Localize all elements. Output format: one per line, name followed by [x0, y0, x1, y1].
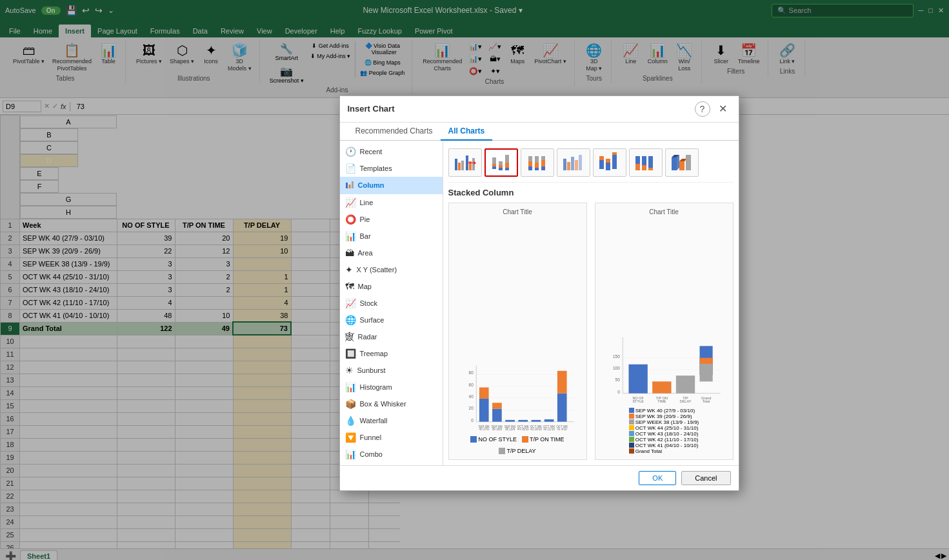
chart-type-3d-column[interactable] — [665, 148, 699, 177]
sidebar-item-bar[interactable]: 📊 Bar — [340, 228, 443, 245]
svg-rect-0 — [346, 183, 348, 188]
svg-rect-30 — [575, 160, 578, 170]
chart-preview-1-area: 0 20 40 60 80 — [454, 218, 581, 434]
svg-text:40: 40 — [468, 394, 474, 399]
chart-type-100-3d-stacked[interactable] — [629, 148, 663, 177]
sidebar-label-scatter: X Y (Scatter) — [357, 266, 397, 274]
svg-rect-7 — [469, 161, 472, 170]
sidebar-label-map: Map — [358, 283, 372, 290]
surface-icon: 🌐 — [345, 315, 356, 325]
svg-rect-4 — [458, 163, 461, 170]
sidebar-label-stock: Stock — [360, 299, 378, 307]
svg-rect-47 — [679, 161, 684, 170]
sidebar-item-stock[interactable]: 📈 Stock — [340, 295, 443, 312]
sidebar-item-pie[interactable]: ⭕ Pie — [340, 211, 443, 228]
sidebar-item-waterfall[interactable]: 💧 Waterfall — [340, 412, 443, 429]
svg-text:44 25/10: 44 25/10 — [517, 428, 528, 431]
sidebar-item-column[interactable]: Column — [340, 177, 443, 194]
sidebar-item-radar[interactable]: 🕸 Radar — [340, 328, 443, 345]
chart-type-clustered[interactable] — [448, 148, 482, 177]
sidebar-item-area[interactable]: 🏔 Area — [340, 245, 443, 261]
svg-rect-95 — [652, 381, 671, 393]
bar-icon: 📊 — [345, 231, 356, 241]
cancel-button[interactable]: Cancel — [681, 471, 730, 485]
svg-rect-42 — [648, 156, 653, 168]
map-icon: 🗺 — [345, 281, 354, 292]
sidebar-item-funnel[interactable]: 🔽 Funnel — [340, 429, 443, 446]
dialog-title: Insert Chart — [348, 104, 395, 114]
chart-types-row: → — [448, 146, 734, 183]
sidebar-label-box-whisker: Box & Whisker — [360, 400, 406, 408]
dialog-tab-bar: Recommended Charts All Charts — [340, 123, 739, 141]
svg-rect-69 — [557, 393, 566, 421]
pie-icon: ⭕ — [345, 214, 356, 225]
svg-rect-5 — [461, 161, 464, 170]
svg-rect-6 — [466, 155, 468, 170]
svg-rect-8 — [472, 158, 475, 170]
svg-rect-23 — [535, 168, 539, 170]
sidebar-label-column: Column — [358, 181, 385, 189]
svg-rect-35 — [606, 159, 610, 163]
svg-rect-38 — [635, 156, 640, 164]
svg-text:0: 0 — [471, 417, 474, 422]
svg-rect-34 — [606, 163, 610, 170]
svg-rect-66 — [518, 419, 528, 421]
scatter-icon: ✦ — [345, 265, 353, 275]
dialog-right-panel: → — [443, 141, 739, 465]
tab-all-charts[interactable]: All Charts — [441, 123, 493, 141]
svg-text:41 4/10: 41 4/10 — [557, 428, 567, 431]
dialog-help-button[interactable]: ? — [695, 101, 710, 117]
treemap-icon: 🔲 — [345, 348, 356, 359]
svg-rect-14 — [499, 168, 503, 170]
svg-rect-96 — [675, 375, 694, 394]
sidebar-item-combo[interactable]: 📊 Combo — [340, 446, 443, 463]
sidebar-item-map[interactable]: 🗺 Map — [340, 278, 443, 295]
ok-button[interactable]: OK — [639, 471, 676, 485]
chart-preview-1[interactable]: Chart Title 0 20 40 60 8 — [448, 203, 587, 460]
svg-text:39 20/9: 39 20/9 — [492, 428, 502, 431]
waterfall-icon: 💧 — [345, 415, 356, 426]
svg-text:STYLE: STYLE — [632, 399, 644, 403]
sidebar-item-box-whisker[interactable]: 📦 Box & Whisker — [340, 395, 443, 412]
sidebar-label-surface: Surface — [360, 316, 385, 324]
chart-type-3d-stacked[interactable] — [593, 148, 626, 177]
svg-rect-70 — [557, 370, 566, 393]
sidebar-item-templates[interactable]: 📄 Templates — [340, 160, 443, 177]
svg-rect-25 — [541, 160, 545, 166]
svg-text:40 27/9: 40 27/9 — [479, 428, 489, 431]
svg-rect-44 — [672, 157, 677, 170]
svg-rect-39 — [635, 164, 640, 170]
svg-rect-43 — [648, 168, 653, 170]
svg-text:20: 20 — [468, 406, 474, 410]
line-icon: 📈 — [345, 197, 356, 208]
tab-recommended-charts[interactable]: Recommended Charts — [348, 123, 441, 141]
svg-rect-17 — [505, 168, 509, 170]
area-icon: 🏔 — [345, 248, 354, 258]
histogram-icon: 📊 — [345, 382, 356, 392]
sidebar-item-treemap[interactable]: 🔲 Treemap — [340, 345, 443, 362]
svg-rect-62 — [479, 387, 488, 398]
chart-preview-2[interactable]: Chart Title 0 50 100 150 — [595, 203, 734, 460]
sidebar-item-surface[interactable]: 🌐 Surface — [340, 312, 443, 328]
svg-rect-29 — [571, 157, 574, 170]
svg-rect-11 — [492, 166, 496, 169]
svg-rect-40 — [642, 156, 646, 165]
templates-icon: 📄 — [345, 163, 356, 174]
dialog-close-button[interactable]: ✕ — [715, 101, 731, 117]
sidebar-item-scatter[interactable]: ✦ X Y (Scatter) — [340, 261, 443, 278]
dialog-footer: OK Cancel — [340, 465, 739, 490]
chart-type-3d-clustered[interactable] — [557, 148, 590, 177]
sidebar-label-treemap: Treemap — [360, 350, 388, 357]
svg-rect-2 — [352, 181, 354, 188]
svg-text:150: 150 — [613, 354, 620, 358]
sidebar-item-recent[interactable]: 🕐 Recent — [340, 143, 443, 160]
chart-type-stacked[interactable]: → — [484, 148, 518, 177]
chart-type-100stacked[interactable] — [521, 148, 554, 177]
recent-icon: 🕐 — [345, 146, 356, 157]
sidebar-label-line: Line — [360, 199, 374, 206]
svg-rect-64 — [492, 403, 502, 408]
sidebar-item-line[interactable]: 📈 Line — [340, 194, 443, 211]
svg-rect-27 — [563, 159, 566, 170]
sidebar-item-sunburst[interactable]: ☀ Sunburst — [340, 362, 443, 379]
sidebar-item-histogram[interactable]: 📊 Histogram — [340, 379, 443, 395]
